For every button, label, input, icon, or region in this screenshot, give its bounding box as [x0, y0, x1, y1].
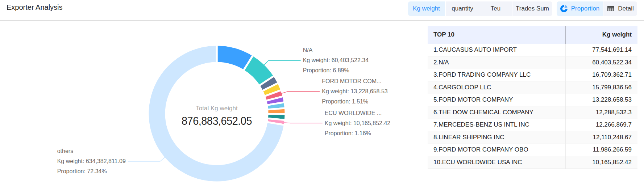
toolbar: Kg weightquantityTeuTrades Sum Proportio…	[408, 1, 637, 16]
page-title: Exporter Analysis	[7, 3, 63, 12]
annotation-line-name: others	[57, 146, 126, 156]
table-cell-exporter: 1.CAUCASUS AUTO IMPORT	[428, 44, 565, 56]
table-cell-kg-weight: 12,110,248.67	[565, 131, 637, 144]
donut-slice-ford-motor-company[interactable]	[265, 90, 283, 101]
table-row[interactable]: 10.ECU WORLDWIDE USA INC10,165,852.42	[428, 156, 637, 169]
annotation-line-prop-line: Proportion: 1.51%	[322, 97, 387, 107]
annotation-line-kg-line: Kg weight: 634,382,811.09	[57, 156, 126, 166]
donut-slice-ford-trading-company-llc[interactable]	[259, 76, 278, 91]
table-cell-kg-weight: 77,541,691.14	[565, 44, 637, 56]
table-cell-kg-weight: 60,403,522.34	[565, 56, 637, 69]
donut-slice-cargoloop-llc[interactable]	[262, 83, 281, 96]
metric-button-label: Kg weight	[413, 5, 440, 12]
table-cell-exporter: 8.LINEAR SHIPPING INC	[428, 131, 565, 144]
top10-table: TOP 10 Kg weight 1.CAUCASUS AUTO IMPORT7…	[428, 26, 637, 169]
annotation-line-name: ECU WORLDWIDE ...	[325, 108, 390, 118]
table-cell-kg-weight: 10,165,852.42	[565, 156, 637, 169]
annotation-0: N/AKg weight: 60,403,522.34Proportion: 6…	[303, 45, 369, 76]
table-cell-exporter: 7.MERCEDES-BENZ US INTL INC	[428, 119, 565, 131]
table-row[interactable]: 4.CARGOLOOP LLC15,799,836.56	[428, 81, 637, 94]
annotation-line-name: N/A	[303, 45, 369, 55]
table-cell-kg-weight: 11,986,266.59	[565, 144, 637, 156]
table-cell-exporter: 10.ECU WORLDWIDE USA INC	[428, 156, 565, 169]
metric-button-quantity[interactable]: quantity	[446, 1, 479, 16]
metric-button-group: Kg weightquantityTeuTrades Sum	[408, 1, 552, 16]
view-button-proportion[interactable]: Proportion	[557, 1, 603, 16]
table-cell-exporter: 3.FORD TRADING COMPANY LLC	[428, 69, 565, 81]
annotation-1: FORD MOTOR COM...Kg weight: 13,228,658.5…	[322, 76, 387, 107]
annotation-line-kg-line: Kg weight: 10,165,852.42	[325, 118, 390, 128]
view-button-group: ProportionDetail	[557, 1, 637, 16]
table-cell-kg-weight: 12,288,532.3	[565, 106, 637, 119]
table-row[interactable]: 2.N/A60,403,522.34	[428, 56, 637, 69]
metric-button-kg-weight[interactable]: Kg weight	[408, 1, 445, 16]
annotation-line-kg-line: Kg weight: 13,228,658.53	[322, 86, 387, 97]
annotation-line-kg-line: Kg weight: 60,403,522.34	[303, 55, 369, 65]
callout-line-slice	[264, 60, 301, 65]
header-divider	[0, 20, 644, 21]
table-row[interactable]: 6.THE DOW CHEMICAL COMPANY12,288,532.3	[428, 106, 637, 119]
table-row[interactable]: 8.LINEAR SHIPPING INC12,110,248.67	[428, 131, 637, 144]
chart-center-title: Total Kg weight	[144, 103, 289, 114]
table-cell-kg-weight: 13,228,658.53	[565, 94, 637, 106]
table-row[interactable]: 7.MERCEDES-BENZ US INTL INC12,266,869.7	[428, 119, 637, 131]
callout-line-others	[128, 157, 165, 161]
annotation-line-prop-line: Proportion: 1.16%	[325, 128, 390, 139]
table-row[interactable]: 9.FORD MOTOR COMPANY OBO11,986,266.59	[428, 144, 637, 156]
chart-center-label: Total Kg weight 876,883,652.05	[144, 103, 289, 128]
metric-button-trades-sum[interactable]: Trades Sum	[512, 1, 552, 16]
table-cell-kg-weight: 16,709,362.71	[565, 69, 637, 81]
view-button-label: Proportion	[571, 5, 599, 12]
metric-button-label: Trades Sum	[516, 5, 549, 12]
chart-center-value: 876,883,652.05	[151, 114, 282, 128]
table-cell-exporter: 5.FORD MOTOR COMPANY	[428, 94, 565, 106]
annotation-line-name: FORD MOTOR COM...	[322, 76, 387, 86]
table-cell-exporter: 4.CARGOLOOP LLC	[428, 81, 565, 94]
callout-line-slice	[284, 122, 323, 123]
annotation-line-prop-line: Proportion: 6.89%	[303, 65, 369, 76]
table-header-kg-weight: Kg weight	[565, 26, 637, 44]
table-cell-exporter: 6.THE DOW CHEMICAL COMPANY	[428, 106, 565, 119]
table-cell-kg-weight: 12,266,869.7	[565, 119, 637, 131]
pie-chart-icon	[560, 5, 568, 13]
donut-slice-n-a[interactable]	[244, 55, 274, 86]
view-button-detail[interactable]: Detail	[603, 1, 637, 16]
view-button-label: Detail	[618, 5, 633, 12]
donut-slice-caucasus-auto-import[interactable]	[217, 45, 253, 71]
annotation-2: ECU WORLDWIDE ...Kg weight: 10,165,852.4…	[325, 108, 390, 139]
table-cell-exporter: 9.FORD MOTOR COMPANY OBO	[428, 144, 565, 156]
table-cell-exporter: 2.N/A	[428, 56, 565, 69]
metric-button-label: Teu	[491, 5, 500, 12]
table-cell-kg-weight: 15,799,836.56	[565, 81, 637, 94]
table-icon	[607, 5, 615, 13]
table-header-top10: TOP 10	[428, 26, 565, 44]
table-row[interactable]: 3.FORD TRADING COMPANY LLC16,709,362.71	[428, 69, 637, 81]
metric-button-label: quantity	[452, 5, 473, 12]
annotation-others: othersKg weight: 634,382,811.09Proportio…	[57, 146, 126, 177]
callout-line-slice	[282, 92, 320, 93]
table-row[interactable]: 5.FORD MOTOR COMPANY13,228,658.53	[428, 94, 637, 106]
metric-button-teu[interactable]: Teu	[479, 1, 512, 16]
annotation-line-prop-line: Proportion: 72.34%	[57, 166, 126, 177]
table-row[interactable]: 1.CAUCASUS AUTO IMPORT77,541,691.14	[428, 44, 637, 56]
